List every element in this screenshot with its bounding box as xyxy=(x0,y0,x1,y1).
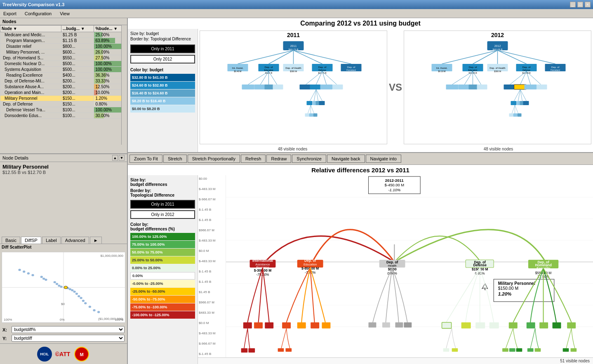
table-row[interactable]: Disaster relief$800...100.00% xyxy=(0,44,127,49)
close-btn[interactable]: × xyxy=(585,2,591,7)
table-row[interactable]: Medicare and Medic...$1.25 B25.00% xyxy=(0,32,127,38)
table-row[interactable]: Military Personnel, ...$600...26.09% xyxy=(0,49,127,55)
budget-cell: $100... xyxy=(61,107,94,113)
budget-cell: $200... xyxy=(61,84,94,90)
trees-container: 2011 2011 $40.73 B xyxy=(198,29,593,152)
menu-configuration[interactable]: Configuration xyxy=(23,10,53,17)
budget-cell: $500... xyxy=(61,61,94,67)
only-2011-btn-top[interactable]: Only in 2011 xyxy=(130,45,195,53)
svg-point-25 xyxy=(64,286,68,289)
stretch-proportionally-btn[interactable]: Stretch Proportionally xyxy=(188,155,240,163)
svg-rect-77 xyxy=(319,101,325,105)
svg-line-34 xyxy=(294,50,322,64)
table-row[interactable]: Dep. of Defense$150...0.80% xyxy=(0,101,127,107)
tab-basic[interactable]: Basic xyxy=(2,237,20,244)
table-row[interactable]: Systems Acquisition$500...100.00% xyxy=(0,67,127,73)
node-details-header: Node Details ▲ ▼ xyxy=(0,154,127,162)
svg-point-13 xyxy=(42,277,45,279)
svg-text:Dep. of: Dep. of xyxy=(522,66,531,68)
node-details-scroll-down[interactable]: ▼ xyxy=(119,155,125,161)
tab-label[interactable]: Label xyxy=(42,237,61,244)
svg-rect-214 xyxy=(571,348,577,352)
navigate-into-btn[interactable]: Navigate into xyxy=(366,155,401,163)
year-2011-label: 2011 xyxy=(200,31,387,39)
clr-range-2: $24.60 B to $32.80 B xyxy=(130,82,195,89)
svg-point-22 xyxy=(89,305,91,308)
table-row[interactable]: Substance Abuse A...$200...12.50% xyxy=(0,84,127,90)
svg-rect-212 xyxy=(535,348,541,352)
node-details-content: Military Personnel $12.55 B vs $12.70 B xyxy=(0,162,127,236)
scatter-svg xyxy=(2,252,125,323)
table-row[interactable]: Dep. of Defense-Mil...$200...33.33% xyxy=(0,78,127,84)
status-bar: 51 visible nodes xyxy=(198,357,593,364)
y-label-1: $0.00 xyxy=(199,177,225,181)
minimize-btn[interactable]: _ xyxy=(570,2,576,7)
node-name-cell: Military Personnel xyxy=(0,96,61,101)
color-by-label: Color by: budget xyxy=(130,68,195,72)
node-name-cell: Systems Acquisition xyxy=(0,67,61,73)
table-row[interactable]: Donsodentio Edus...$100...30.00% xyxy=(0,113,127,119)
table-row[interactable]: Defense Vessel Tra...$100...100.00% xyxy=(0,107,127,113)
scroll-indicator[interactable] xyxy=(121,25,127,145)
svg-text:Dep. of: Dep. of xyxy=(318,66,327,68)
table-row[interactable]: Operation and Main...$200...10.00% xyxy=(0,90,127,96)
budget-cell: $400... xyxy=(61,73,94,78)
svg-line-88 xyxy=(473,50,498,64)
table-row[interactable]: Program Managem...$1.15 B63.89% xyxy=(0,38,127,44)
svg-point-3 xyxy=(56,283,58,285)
table-row[interactable]: Reading Excellence$400...36.36% xyxy=(0,73,127,78)
svg-point-15 xyxy=(18,269,21,271)
x-select[interactable]: budgetdiff% budgetdiff budget2011 budget… xyxy=(12,326,125,333)
y-select[interactable]: budgetdiff budgetdiff% budget2011 budget… xyxy=(12,335,125,342)
menu-export[interactable]: Export xyxy=(2,10,18,17)
diff-color-item: 75.00% to 100.00% xyxy=(130,241,195,248)
svg-text:2012-2011: 2012-2011 xyxy=(385,178,404,183)
redraw-btn[interactable]: Redraw xyxy=(266,155,291,163)
only-2012-btn-top[interactable]: Only 2012 xyxy=(130,55,195,63)
svg-text:Education: Education xyxy=(304,263,317,266)
menu-view[interactable]: View xyxy=(58,10,71,17)
navigate-back-btn[interactable]: Navigate back xyxy=(327,155,365,163)
stretch-btn[interactable]: Stretch xyxy=(163,155,187,163)
synchronize-btn[interactable]: Synchronize xyxy=(292,155,326,163)
svg-line-91 xyxy=(498,50,555,64)
only-2012-btn-diff[interactable]: Only in 2012 xyxy=(130,210,195,219)
table-row[interactable]: Military Personnel$150...1.20% xyxy=(0,96,127,101)
nodes-section: Nodes Node ▼ ...budg... ▼ %bude... ▼ Med… xyxy=(0,18,127,154)
budget-cell: $100... xyxy=(61,113,94,119)
scatter-x-100-neg: 100% xyxy=(4,318,12,322)
svg-text:$2.0 B: $2.0 B xyxy=(348,72,354,74)
scatter-x-0: 0% xyxy=(60,318,65,322)
y-label-2: $-483.33 M xyxy=(199,187,225,191)
diff-legend: Size by: budget differences Border by: T… xyxy=(128,175,198,364)
y-label-18: $-1.45 B xyxy=(199,352,225,356)
svg-rect-61 xyxy=(273,85,283,89)
diff-color-item: -75.00% to -100.00% xyxy=(130,303,195,311)
table-row[interactable]: Domestic Nuclear D...$500...100.00% xyxy=(0,61,127,67)
col-node[interactable]: Node ▼ xyxy=(0,26,61,32)
tab-diffsp[interactable]: DiffSP xyxy=(21,237,41,244)
svg-text:Homeland: Homeland xyxy=(346,69,356,71)
svg-point-5 xyxy=(60,285,62,287)
tab-arrow[interactable]: ► xyxy=(90,237,102,244)
zoom-to-fit-btn[interactable]: Zoom To Fit xyxy=(129,155,162,163)
svg-rect-205 xyxy=(539,322,548,329)
diff-visualization: 2012-2011 $-450.00 M -1.10% xyxy=(226,175,593,357)
tab-advanced[interactable]: Advanced xyxy=(61,237,89,244)
x-row: X: budgetdiff% budgetdiff budget2011 bud… xyxy=(2,326,125,333)
col-budget[interactable]: ...budg... ▼ xyxy=(61,26,94,32)
y-row: Y: budgetdiff budgetdiff% budget2011 bud… xyxy=(2,335,125,342)
table-row[interactable]: Dep. of Homeland S...$550...27.50% xyxy=(0,55,127,61)
y-label-13: $966.67 M xyxy=(199,301,225,304)
node-name-cell: Dep. of Homeland S... xyxy=(0,55,61,61)
toolbar: Zoom To Fit Stretch Stretch Proportional… xyxy=(128,153,593,165)
refresh-btn[interactable]: Refresh xyxy=(241,155,266,163)
maximize-btn[interactable]: □ xyxy=(577,2,583,7)
only-2011-btn-diff[interactable]: Only in 2011 xyxy=(130,200,195,209)
y-label-11: $-1.45 B xyxy=(199,280,225,284)
diff-area: Relative differences 2012 vs 2011 Size b… xyxy=(128,165,593,364)
svg-rect-69 xyxy=(333,85,343,89)
svg-text:Int. Assist.: Int. Assist. xyxy=(232,67,244,69)
node-details-scroll-up[interactable]: ▲ xyxy=(112,155,118,161)
svg-text:$300 M: $300 M xyxy=(494,70,501,73)
